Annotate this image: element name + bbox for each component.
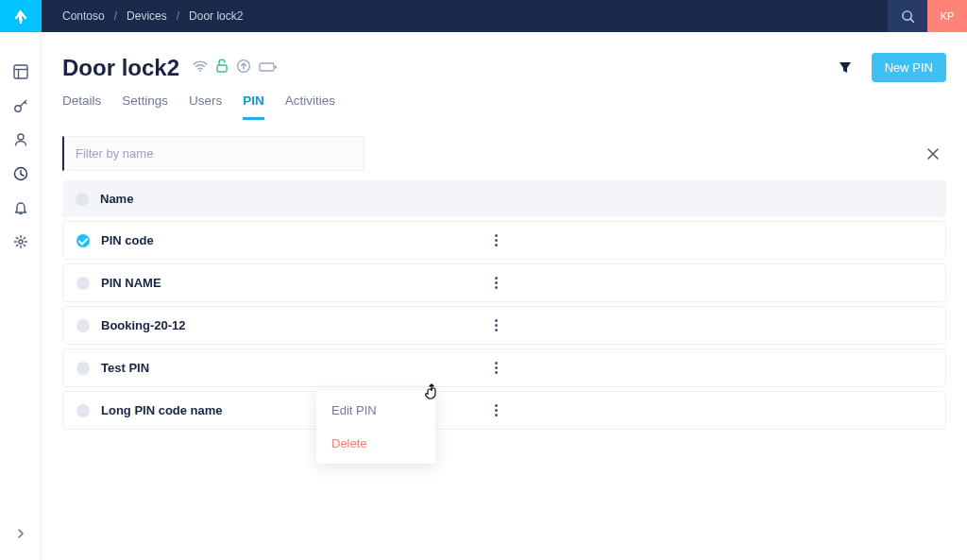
svg-rect-14 <box>260 63 274 71</box>
row-select[interactable] <box>76 404 90 417</box>
nav-key-icon[interactable] <box>0 89 42 123</box>
row-name: Long PIN code name <box>101 403 223 417</box>
tab-details[interactable]: Details <box>62 93 101 120</box>
svg-rect-15 <box>275 65 277 68</box>
table-row[interactable]: PIN code <box>62 221 946 260</box>
tab-users[interactable]: Users <box>189 93 222 120</box>
new-pin-button[interactable]: New PIN <box>872 53 946 82</box>
context-menu: Edit PIN Delete <box>316 390 435 464</box>
row-select[interactable] <box>76 234 90 247</box>
tab-activities[interactable]: Activities <box>285 93 335 120</box>
row-name: Booking-20-12 <box>101 318 186 332</box>
wifi-icon <box>193 59 208 76</box>
filter-input[interactable] <box>64 137 364 170</box>
battery-icon <box>259 59 278 76</box>
table-row[interactable]: Booking-20-12 <box>62 306 946 345</box>
svg-line-5 <box>25 102 26 104</box>
nav-bell-icon[interactable] <box>0 191 42 225</box>
header-select-all[interactable] <box>76 193 89 206</box>
row-name: PIN NAME <box>101 276 161 290</box>
breadcrumb-sep: / <box>177 9 179 23</box>
nav-dashboard-icon[interactable] <box>0 55 42 89</box>
more-icon[interactable] <box>488 401 503 420</box>
lock-open-icon <box>215 59 229 77</box>
upload-icon <box>236 59 251 77</box>
menu-edit-pin[interactable]: Edit PIN <box>316 394 435 427</box>
nav-clock-icon[interactable] <box>0 157 42 191</box>
row-select[interactable] <box>76 277 90 290</box>
filter-input-wrap <box>62 136 365 171</box>
menu-delete[interactable]: Delete <box>316 427 435 460</box>
search-icon[interactable] <box>888 0 927 32</box>
svg-point-8 <box>19 240 23 244</box>
svg-line-10 <box>910 19 913 22</box>
more-icon[interactable] <box>488 316 503 335</box>
breadcrumb-sep: / <box>114 9 117 23</box>
row-select[interactable] <box>76 362 90 375</box>
table-header: Name <box>62 180 946 217</box>
table-row[interactable]: PIN NAME <box>62 263 946 302</box>
table-row[interactable]: Long PIN code name <box>62 391 946 430</box>
svg-point-6 <box>18 134 24 140</box>
avatar[interactable]: KP <box>927 0 967 32</box>
page-title: Door lock2 <box>62 55 179 81</box>
tab-pin[interactable]: PIN <box>243 93 264 120</box>
more-icon[interactable] <box>488 359 503 378</box>
tabs: Details Settings Users PIN Activities <box>62 93 946 121</box>
tab-settings[interactable]: Settings <box>122 93 168 120</box>
svg-rect-0 <box>14 65 27 78</box>
row-name: Test PIN <box>101 361 149 375</box>
svg-point-11 <box>199 70 201 72</box>
topbar: Contoso / Devices / Door lock2 KP <box>42 0 967 32</box>
table-row[interactable]: Test PIN <box>62 348 946 387</box>
row-select[interactable] <box>76 319 90 332</box>
device-status-icons <box>193 59 278 77</box>
breadcrumb-org[interactable]: Contoso <box>62 9 105 23</box>
row-name: PIN code <box>101 233 154 247</box>
col-name: Name <box>100 192 133 206</box>
side-rail: t <box>0 0 42 560</box>
nav-settings-icon[interactable] <box>0 225 42 259</box>
app-logo[interactable]: t <box>0 0 42 32</box>
more-icon[interactable] <box>488 274 503 293</box>
close-icon[interactable] <box>920 141 946 167</box>
breadcrumb-current[interactable]: Door lock2 <box>189 9 243 23</box>
more-icon[interactable] <box>488 231 503 250</box>
filter-icon[interactable] <box>834 57 857 79</box>
nav-user-icon[interactable] <box>0 123 42 157</box>
svg-rect-12 <box>217 65 227 72</box>
nav-expand-icon[interactable] <box>0 517 42 551</box>
breadcrumb-devices[interactable]: Devices <box>127 9 167 23</box>
